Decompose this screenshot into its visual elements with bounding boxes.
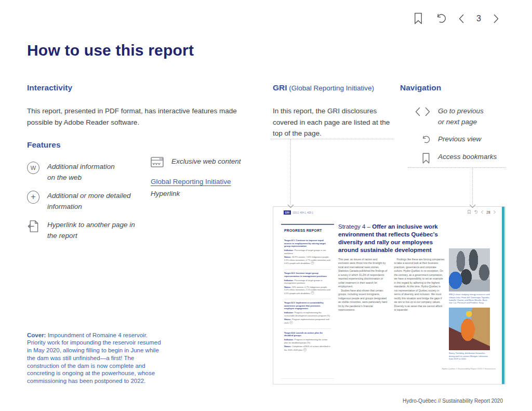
section-navigation: Navigation Go to previous or next page bbox=[400, 83, 510, 170]
sample-pdf-toolbar: 28 bbox=[468, 210, 496, 214]
bookmarks-icon bbox=[422, 153, 430, 164]
report-page: 3 How to use this report Interactivity T… bbox=[0, 0, 532, 411]
gri-tags: 103-2, 404-1, 405-1 bbox=[292, 211, 313, 214]
browser-icon bbox=[151, 157, 164, 168]
sample-page-screenshot: GRI 103-2, 404-1, 405-1 28 bbox=[273, 206, 506, 385]
nav-prev-next: Go to previous or next page bbox=[400, 106, 510, 127]
photo-caption: IREQ's team studying energy resources an… bbox=[449, 294, 490, 304]
nav-previous-view: Previous view bbox=[400, 134, 510, 145]
body-column: Findings like these are forcing companie… bbox=[394, 257, 445, 312]
interactivity-heading: Interactivity bbox=[27, 83, 253, 92]
feature-web-content: Exclusive web content bbox=[151, 156, 249, 168]
plus-circle-icon bbox=[311, 291, 314, 294]
plus-circle-icon: + bbox=[27, 191, 39, 204]
feature-label: Exclusive web content bbox=[171, 156, 241, 167]
report-footer: Hydro-Québec // Sustainability Report 20… bbox=[403, 398, 503, 404]
previous-view-icon bbox=[421, 135, 430, 144]
gri-heading: GRI (Global Reporting Initiative) bbox=[273, 83, 397, 92]
web-info-icon: W bbox=[27, 162, 39, 174]
hyperlink-label: Hyperlink bbox=[151, 190, 249, 197]
navigation-heading: Navigation bbox=[400, 83, 510, 92]
feature-legend-right: Exclusive web content Global Reporting I… bbox=[151, 156, 249, 197]
sample-gri-banner: GRI 103-2, 404-1, 405-1 bbox=[284, 210, 313, 215]
features-heading: Features bbox=[27, 140, 253, 150]
page-number: 28 bbox=[486, 210, 490, 214]
cover-note: Cover: Impoundment of Romaine 4 reservoi… bbox=[27, 332, 163, 386]
nav-label: Access bookmarks bbox=[438, 152, 497, 164]
sample-page-body: Strategy 4 – Offer an inclusive work env… bbox=[338, 222, 445, 312]
section-gri: GRI (Global Reporting Initiative) In thi… bbox=[273, 83, 397, 139]
previous-page-icon[interactable] bbox=[459, 14, 464, 23]
section-interactivity: Interactivity This report, presented in … bbox=[27, 83, 253, 249]
sample-page-footer: Hydro-Québec // Sustainability Report 20… bbox=[442, 367, 496, 370]
page-link-icon bbox=[27, 220, 39, 233]
feature-page-hyperlink: Hyperlink to another page in the report bbox=[27, 220, 152, 241]
progress-report-heading: PROGRESS REPORT bbox=[284, 229, 331, 233]
plus-circle-icon bbox=[311, 261, 314, 264]
next-page-icon[interactable] bbox=[494, 14, 499, 23]
chevron-left-icon bbox=[415, 107, 420, 116]
feature-label: Additional or more detailed information bbox=[47, 191, 131, 212]
interactivity-body: This report, presented in PDF format, ha… bbox=[27, 105, 245, 128]
feature-web-info: W Additional information on the web bbox=[27, 162, 152, 183]
nav-bookmarks: Access bookmarks bbox=[400, 152, 510, 164]
gri-body: In this report, the GRI disclosures cove… bbox=[273, 105, 394, 139]
previous-page-icon bbox=[481, 210, 483, 214]
photo-caption: Nancy Tremblay, distribution lineworker,… bbox=[449, 352, 490, 361]
target-block: Target 4.1: Continue to improve equal ac… bbox=[284, 237, 331, 270]
target-block: Target 4.4: Launch an action plan for di… bbox=[284, 329, 331, 356]
gri-connector-line bbox=[271, 139, 393, 139]
feature-label: Additional information on the web bbox=[47, 162, 115, 183]
previous-view-icon[interactable] bbox=[435, 13, 446, 24]
nav-connector-line bbox=[408, 167, 506, 168]
feature-legend: W Additional information on the web + Ad… bbox=[27, 162, 152, 241]
page-edge-accent bbox=[502, 207, 504, 384]
next-page-icon bbox=[494, 210, 496, 214]
connector-arrow-icon bbox=[469, 204, 476, 208]
navigation-legend: Go to previous or next page Previous vie… bbox=[400, 106, 510, 164]
bookmarks-icon[interactable] bbox=[414, 12, 423, 24]
plus-circle-icon bbox=[289, 321, 292, 324]
previous-view-icon bbox=[474, 210, 477, 214]
photo-office-meeting bbox=[449, 248, 490, 291]
nav-label: Go to previous or next page bbox=[438, 106, 484, 127]
feature-more-info: + Additional or more detailed informatio… bbox=[27, 191, 152, 212]
connector-arrow-icon bbox=[287, 204, 294, 208]
strategy-title: Strategy 4 – Offer an inclusive work env… bbox=[338, 222, 445, 254]
feature-label: Hyperlink to another page in the report bbox=[47, 220, 135, 241]
bookmarks-icon bbox=[468, 210, 471, 214]
pdf-toolbar: 3 bbox=[414, 12, 499, 24]
target-block: Target 4.3: Implement a sustainability a… bbox=[284, 299, 331, 329]
nav-connector-line bbox=[472, 168, 473, 205]
plus-circle-icon bbox=[303, 348, 307, 351]
body-column: This year, as issues of racism and exclu… bbox=[338, 257, 389, 312]
nav-label: Previous view bbox=[438, 134, 481, 145]
gri-hyperlink[interactable]: Global Reporting Initiative bbox=[151, 178, 231, 185]
photo-lineworker bbox=[449, 308, 490, 350]
chevron-right-icon bbox=[425, 107, 430, 116]
progress-report-panel: PROGRESS REPORT Target 4.1: Continue to … bbox=[281, 224, 334, 379]
sample-page-photos: IREQ's team studying energy resources an… bbox=[449, 248, 490, 364]
gri-connector-line bbox=[290, 139, 291, 205]
page-number: 3 bbox=[476, 14, 481, 23]
page-title: How to use this report bbox=[27, 42, 194, 59]
gri-badge: GRI bbox=[284, 210, 291, 215]
target-block: Target 4.2: Increase target group repres… bbox=[284, 269, 331, 299]
